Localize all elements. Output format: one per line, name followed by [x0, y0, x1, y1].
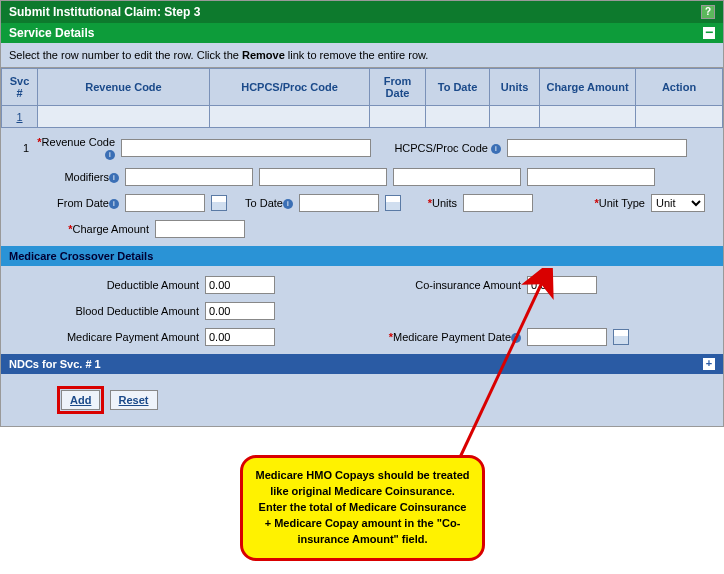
button-row: Add Reset — [1, 374, 723, 426]
section-title-bar: Service Details − — [1, 23, 723, 43]
form-svc-num: 1 — [9, 142, 29, 154]
instruction-suffix: link to remove the entire row. — [285, 49, 429, 61]
hcpcs-input[interactable] — [507, 139, 687, 157]
from-date-input[interactable] — [125, 194, 205, 212]
modifier-1-input[interactable] — [125, 168, 253, 186]
to-date-label: To Datei — [233, 197, 293, 209]
instruction-text: Select the row number to edit the row. C… — [1, 43, 723, 68]
from-date-label: From Datei — [9, 197, 119, 209]
collapse-icon[interactable]: − — [703, 27, 715, 39]
revenue-code-input[interactable] — [121, 139, 371, 157]
unit-type-select[interactable]: Unit — [651, 194, 705, 212]
units-label: *Units — [407, 197, 457, 209]
info-icon[interactable]: i — [109, 173, 119, 183]
deductible-label: Deductible Amount — [9, 279, 199, 291]
calendar-icon[interactable] — [211, 195, 227, 211]
row-svc-link[interactable]: 1 — [2, 106, 38, 128]
annotation-callout: Medicare HMO Copays should be treated li… — [240, 455, 485, 561]
to-date-input[interactable] — [299, 194, 379, 212]
reset-button[interactable]: Reset — [110, 390, 158, 410]
deductible-input[interactable] — [205, 276, 275, 294]
service-table: Svc # Revenue Code HCPCS/Proc Code From … — [1, 68, 723, 128]
expand-icon[interactable]: + — [703, 358, 715, 370]
blood-deductible-label: Blood Deductible Amount — [9, 305, 199, 317]
medicare-payment-date-label: *Medicare Payment Datei — [281, 331, 521, 343]
add-button[interactable]: Add — [61, 390, 100, 410]
medicare-payment-date-input[interactable] — [527, 328, 607, 346]
col-revenue: Revenue Code — [38, 69, 210, 106]
page-title-bar: Submit Institutional Claim: Step 3 ? — [1, 1, 723, 23]
ndc-header: NDCs for Svc. # 1 — [9, 358, 101, 370]
calendar-icon[interactable] — [613, 329, 629, 345]
coinsurance-input[interactable] — [527, 276, 597, 294]
page-title: Submit Institutional Claim: Step 3 — [9, 5, 200, 19]
info-icon[interactable]: i — [283, 199, 293, 209]
charge-amount-label: *Charge Amount — [9, 223, 149, 235]
crossover-header: Medicare Crossover Details — [1, 246, 723, 266]
col-from: From Date — [370, 69, 426, 106]
table-row: 1 — [2, 106, 723, 128]
calendar-icon[interactable] — [385, 195, 401, 211]
row-to-cell — [426, 106, 490, 128]
unit-type-label: *Unit Type — [589, 197, 645, 209]
section-title: Service Details — [9, 26, 94, 40]
ndc-header-bar: NDCs for Svc. # 1 + — [1, 354, 723, 374]
row-from-cell — [370, 106, 426, 128]
row-units-cell — [490, 106, 540, 128]
info-icon[interactable]: i — [491, 144, 501, 154]
instruction-bold: Remove — [242, 49, 285, 61]
col-svc: Svc # — [2, 69, 38, 106]
col-to: To Date — [426, 69, 490, 106]
blood-deductible-input[interactable] — [205, 302, 275, 320]
row-hcpcs-cell — [210, 106, 370, 128]
modifiers-label: Modifiersi — [9, 171, 119, 183]
units-input[interactable] — [463, 194, 533, 212]
modifier-4-input[interactable] — [527, 168, 655, 186]
help-icon[interactable]: ? — [701, 5, 715, 19]
col-action: Action — [636, 69, 723, 106]
instruction-prefix: Select the row number to edit the row. C… — [9, 49, 242, 61]
revenue-code-label: *Revenue Codei — [35, 136, 115, 160]
info-icon[interactable]: i — [105, 150, 115, 160]
row-revenue-cell — [38, 106, 210, 128]
row-charge-cell — [540, 106, 636, 128]
modifier-2-input[interactable] — [259, 168, 387, 186]
modifier-3-input[interactable] — [393, 168, 521, 186]
medicare-payment-label: Medicare Payment Amount — [9, 331, 199, 343]
row-action-cell — [636, 106, 723, 128]
col-hcpcs: HCPCS/Proc Code — [210, 69, 370, 106]
info-icon[interactable]: i — [511, 333, 521, 343]
coinsurance-label: Co-insurance Amount — [281, 279, 521, 291]
col-charge: Charge Amount — [540, 69, 636, 106]
info-icon[interactable]: i — [109, 199, 119, 209]
hcpcs-label: HCPCS/Proc Code i — [381, 142, 501, 154]
col-units: Units — [490, 69, 540, 106]
form-area: 1 *Revenue Codei HCPCS/Proc Code i Modif… — [1, 128, 723, 374]
medicare-payment-input[interactable] — [205, 328, 275, 346]
charge-amount-input[interactable] — [155, 220, 245, 238]
